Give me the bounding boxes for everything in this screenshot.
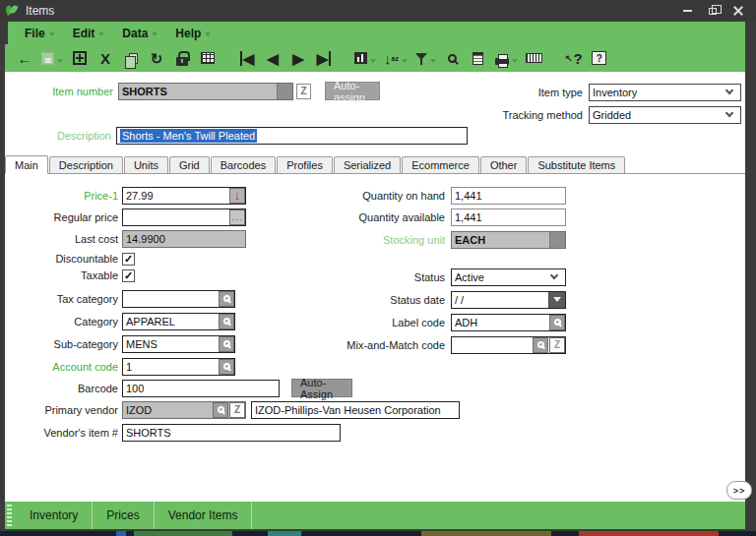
price-level-button[interactable]: ↓ — [229, 188, 245, 204]
mix-match-zoom-button[interactable]: Z — [549, 337, 565, 353]
status-date-field[interactable]: / / — [451, 291, 566, 309]
qty-available-value: 1,441 — [455, 211, 482, 223]
tax-category-lookup-button[interactable] — [219, 291, 234, 307]
label-code-lookup-button[interactable] — [549, 315, 565, 330]
first-record-icon: ◀ — [240, 51, 255, 66]
bottom-tab-vendor-items[interactable]: Vendor Items — [155, 502, 253, 529]
discountable-checkbox[interactable]: ✓ — [122, 253, 135, 266]
bottom-tab-prices[interactable]: Prices — [93, 502, 154, 529]
status-date-dropdown-button[interactable] — [548, 292, 565, 308]
search-icon — [448, 54, 457, 63]
grip-handle[interactable] — [7, 505, 12, 526]
barcode-auto-assign-button[interactable]: Auto-Assign — [291, 379, 352, 397]
grid-edit-button[interactable] — [197, 46, 219, 70]
primary-vendor-field[interactable]: IZODZ — [122, 401, 246, 419]
lock-icon — [176, 57, 188, 66]
next-record-icon: ▶ — [292, 51, 304, 66]
auto-assign-button[interactable]: Auto-assign — [325, 82, 380, 100]
first-record-button[interactable]: ◀ — [236, 46, 258, 70]
price1-field[interactable]: 27.99↓ — [122, 187, 246, 205]
filter-button[interactable] — [413, 46, 438, 70]
barcode-button[interactable] — [524, 46, 545, 70]
tab-units[interactable]: Units — [124, 156, 168, 173]
item-number-zoom-button[interactable]: Z — [296, 84, 311, 99]
sort-button[interactable]: ↓az — [382, 46, 410, 70]
sub-category-lookup-button[interactable] — [219, 336, 234, 352]
tab-ecommerce[interactable]: Ecommerce — [402, 156, 479, 173]
search-button[interactable] — [442, 46, 464, 70]
description-field[interactable]: Shorts - Men's Twill Pleated — [116, 127, 468, 145]
lock-button[interactable] — [171, 46, 193, 70]
vendors-item-field[interactable]: SHORTS — [122, 424, 341, 442]
status-select[interactable]: Active — [451, 268, 566, 286]
status-date-value: / / — [455, 294, 464, 306]
barcode-field[interactable]: 100 — [122, 380, 280, 397]
account-code-field[interactable]: 1 — [122, 358, 235, 376]
expand-panel-button[interactable]: >> — [726, 481, 752, 500]
tab-other[interactable]: Other — [480, 156, 528, 173]
tab-grid[interactable]: Grid — [169, 156, 210, 173]
primary-vendor-company-value: IZOD-Phillips-Van Heusen Corporation — [255, 404, 441, 416]
menu-help[interactable]: Help — [166, 22, 220, 44]
last-record-button[interactable]: ▶ — [313, 46, 335, 70]
add-button[interactable] — [69, 46, 91, 70]
tab-serialized[interactable]: Serialized — [334, 156, 401, 173]
sort-letters: az — [392, 55, 399, 62]
item-number-field[interactable]: SHORTS — [118, 83, 293, 100]
notes-button[interactable] — [468, 46, 489, 70]
category-field[interactable]: APPAREL — [122, 313, 235, 330]
item-type-value: Inventory — [593, 87, 637, 98]
last-cost-field: 14.9900 — [122, 230, 246, 248]
back-icon: ← — [18, 51, 32, 66]
chart-button[interactable] — [352, 46, 378, 70]
minimize-button[interactable] — [679, 4, 695, 18]
print-button[interactable] — [493, 46, 520, 70]
mix-match-label: Mix-and-Match code — [295, 339, 445, 351]
previous-record-button[interactable]: ◀ — [262, 46, 284, 70]
close-button[interactable] — [730, 4, 746, 18]
tracking-method-select[interactable]: Gridded — [589, 106, 741, 124]
next-record-button[interactable]: ▶ — [287, 46, 309, 70]
account-code-lookup-button[interactable] — [219, 359, 234, 375]
tab-description[interactable]: Description — [49, 156, 123, 173]
copy-button[interactable] — [120, 46, 142, 70]
taskbar-strip — [0, 531, 756, 536]
primary-vendor-zoom-button[interactable]: Z — [229, 402, 245, 418]
label-code-field[interactable]: ADH — [451, 314, 566, 331]
restore-button[interactable] — [705, 4, 721, 18]
item-type-row: Item type Inventory — [413, 83, 741, 101]
taskbar-segment — [268, 531, 301, 536]
qty-on-hand-row: Quantity on hand 1,441 — [295, 186, 566, 205]
refresh-button[interactable]: ↻ — [146, 46, 167, 70]
bottom-tab-inventory[interactable]: Inventory — [16, 502, 93, 529]
sub-category-field[interactable]: MENS — [122, 335, 235, 353]
tab-main[interactable]: Main — [5, 155, 48, 174]
mix-match-field[interactable]: Z — [451, 336, 566, 354]
primary-vendor-lookup-button[interactable] — [213, 402, 228, 418]
tax-category-field[interactable] — [122, 290, 235, 308]
regular-price-row: Regular price ... — [0, 208, 246, 226]
menu-file[interactable]: File — [16, 22, 64, 44]
mix-match-lookup-button[interactable] — [533, 337, 548, 353]
regular-price-field[interactable]: ... — [122, 208, 246, 226]
item-type-select[interactable]: Inventory — [589, 84, 741, 101]
delete-button[interactable]: X — [94, 46, 116, 70]
magnifier-icon — [223, 295, 230, 302]
category-lookup-button[interactable] — [219, 314, 234, 329]
save-button[interactable] — [39, 46, 65, 70]
menu-data[interactable]: Data — [113, 22, 166, 44]
mix-match-row: Mix-and-Match code Z — [295, 335, 566, 354]
tab-substitute-items[interactable]: Substitute Items — [528, 156, 625, 173]
tab-profiles[interactable]: Profiles — [277, 156, 333, 173]
tax-category-row: Tax category — [0, 289, 235, 308]
menu-edit[interactable]: Edit — [64, 22, 114, 44]
back-button[interactable]: ← — [14, 46, 35, 70]
help-button[interactable]: ? — [589, 46, 610, 70]
item-number-value: SHORTS — [122, 86, 167, 97]
category-value: APPAREL — [126, 316, 175, 328]
context-help-button[interactable]: ↖? — [563, 46, 585, 70]
tracking-method-label: Tracking method — [413, 109, 583, 121]
regular-price-more-button[interactable]: ... — [229, 209, 245, 225]
taxable-checkbox[interactable]: ✓ — [122, 269, 135, 282]
tab-barcodes[interactable]: Barcodes — [211, 156, 276, 173]
